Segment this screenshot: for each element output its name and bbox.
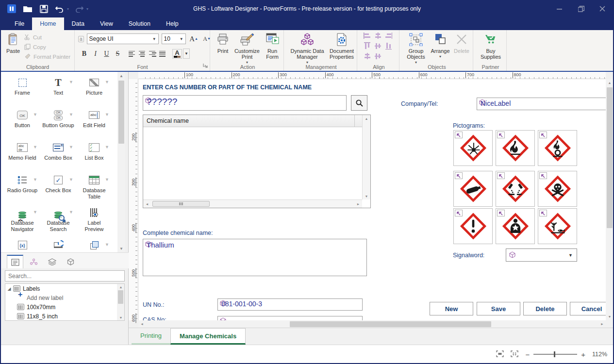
chevron-down-icon[interactable]: ▼ xyxy=(33,177,37,182)
tree-expander-icon[interactable]: ◢ xyxy=(5,286,13,291)
menu-tab[interactable]: Data xyxy=(64,17,92,30)
toolbox-item[interactable]: ▼ Button Group xyxy=(41,109,76,142)
pictogram-ghs06-toxic[interactable] xyxy=(538,171,577,207)
font-color-button[interactable]: A xyxy=(172,49,182,59)
run-form-button[interactable]: Run Form xyxy=(263,32,282,60)
dynamic-data-manager-button[interactable]: Dynamic Data Manager▾ xyxy=(287,32,327,66)
search-input[interactable] xyxy=(5,271,124,281)
toolbox-item[interactable]: ▼ Check Box xyxy=(41,174,76,207)
window-close-button[interactable] xyxy=(592,0,613,17)
toolbox-item[interactable]: ▼ xyxy=(5,239,40,252)
scroll-down-icon[interactable]: ▼ xyxy=(117,245,125,252)
toolbox-item[interactable]: ▼ Memo Field xyxy=(5,142,40,174)
grow-font-button[interactable]: A▲ xyxy=(189,34,199,44)
zoom-slider-thumb[interactable] xyxy=(554,351,555,357)
un-no-field[interactable]: 081-001-00-3 xyxy=(217,298,363,311)
group-objects-button[interactable]: Group Objects▾ xyxy=(404,32,428,66)
pictogram-ghs09-environmental-hazard[interactable] xyxy=(538,208,577,244)
scroll-down-icon[interactable]: ▼ xyxy=(363,193,370,199)
scroll-down-icon[interactable]: ▼ xyxy=(117,314,125,320)
menu-tab[interactable]: View xyxy=(92,17,121,30)
menu-tab[interactable]: Help xyxy=(158,17,186,30)
zoom-slider[interactable] xyxy=(533,354,577,355)
form-action-button[interactable]: Delete xyxy=(523,302,567,315)
pictogram-ghs07-irritant[interactable] xyxy=(453,208,493,244)
pictogram-ghs08-health-hazard[interactable] xyxy=(496,208,535,244)
underline-button[interactable]: U xyxy=(101,49,112,59)
scroll-up-icon[interactable]: ▲ xyxy=(117,72,125,80)
toolbox-item[interactable]: ▼ List Box xyxy=(77,142,112,174)
toolbox-item[interactable]: ▼ Edit Field xyxy=(77,109,112,142)
scrollbar-thumb[interactable] xyxy=(152,201,210,207)
signalword-combo[interactable]: ▼ xyxy=(506,248,577,262)
toolbox-item[interactable]: ▼ Database Navigator xyxy=(5,207,40,239)
chevron-down-icon[interactable]: ▼ xyxy=(69,80,73,84)
canvas-vertical-scrollbar[interactable]: ▲ ▼ xyxy=(606,79,613,320)
font-family-select[interactable]: Segoe UI▼ xyxy=(87,33,159,44)
menu-tab[interactable]: Solution xyxy=(121,17,158,30)
zoom-out-button[interactable]: − xyxy=(525,350,530,359)
chevron-down-icon[interactable]: ▼ xyxy=(69,177,73,182)
toolbox-item[interactable]: ▼ Label Preview xyxy=(77,207,112,239)
zoom-to-fit-icon[interactable] xyxy=(496,350,504,359)
align-text-right-button[interactable] xyxy=(148,49,157,58)
scroll-up-icon[interactable]: ▲ xyxy=(606,79,614,86)
chevron-down-icon[interactable]: ▼ xyxy=(69,112,73,117)
buy-supplies-button[interactable]: Buy Supplies xyxy=(479,32,503,60)
chevron-down-icon[interactable]: ▼ xyxy=(33,112,37,117)
print-button[interactable]: Print xyxy=(214,32,232,54)
align-text-center-button[interactable] xyxy=(138,49,147,58)
save-icon[interactable] xyxy=(38,3,50,15)
form-action-button[interactable]: Cancel xyxy=(570,302,606,315)
chemical-results-table[interactable]: Chemical name ▲ ▼ ◄ ► xyxy=(143,115,371,208)
chevron-down-icon[interactable]: ▼ xyxy=(33,145,37,149)
window-restore-button[interactable] xyxy=(570,0,592,17)
complete-chemical-name-memo[interactable]: Thallium xyxy=(143,239,367,276)
font-dialog-launcher-icon[interactable] xyxy=(203,63,208,69)
document-properties-button[interactable]: Document Properties xyxy=(328,32,355,60)
scroll-left-icon[interactable]: ◄ xyxy=(138,320,146,328)
justify-text-button[interactable] xyxy=(158,49,167,58)
undo-dropdown-icon[interactable]: ▾ xyxy=(67,7,69,11)
form-design-canvas[interactable]: ENTER CAS NUMBER OR PART OF THE CHEMICAL… xyxy=(138,79,606,320)
toolbox-item[interactable]: ▼ Frame xyxy=(5,77,40,109)
cas-no-field[interactable] xyxy=(217,316,363,320)
customize-print-button[interactable]: Customize Print▾ xyxy=(233,32,261,66)
tree-item[interactable]: 100x70mm xyxy=(5,302,117,312)
pictogram-ghs05-corrosive[interactable] xyxy=(496,171,535,207)
scroll-right-icon[interactable]: ► xyxy=(598,320,606,328)
undo-button[interactable] xyxy=(54,3,66,15)
table-column-header[interactable]: Chemical name xyxy=(143,115,355,127)
form-action-button[interactable]: New xyxy=(430,302,473,315)
toolbox-item[interactable]: ▼ Text xyxy=(41,77,76,109)
font-color-dropdown-icon[interactable]: ▼ xyxy=(183,49,190,59)
chevron-down-icon[interactable]: ▼ xyxy=(69,145,73,149)
tree-scrollbar[interactable]: ▲ ▼ xyxy=(117,284,124,320)
bold-button[interactable]: B xyxy=(79,49,89,59)
paste-button[interactable]: Paste xyxy=(4,32,22,54)
window-minimize-button[interactable] xyxy=(549,0,570,17)
tab-objects-3d[interactable] xyxy=(62,255,79,268)
table-vertical-scrollbar[interactable]: ▲ ▼ xyxy=(362,115,370,199)
tree-item[interactable]: Add new label xyxy=(5,293,117,302)
scroll-left-icon[interactable]: ◄ xyxy=(143,200,151,208)
tree-item[interactable]: 11x8_5 inch xyxy=(5,312,117,321)
chevron-down-icon[interactable]: ▼ xyxy=(105,80,109,84)
cas-search-field[interactable]: ?????? xyxy=(143,95,347,111)
pictogram-ghs01-explosive[interactable] xyxy=(453,130,493,166)
company-tel-field[interactable]: NiceLabel xyxy=(477,98,606,110)
toolbox-item[interactable]: ▼ Combo Box xyxy=(41,142,76,174)
toolbox-item[interactable]: ▼ Database Table xyxy=(77,174,112,207)
tab-solution[interactable] xyxy=(25,255,42,268)
toolbox-scrollbar[interactable]: ▲ ▼ xyxy=(117,72,125,252)
tab-layers[interactable] xyxy=(44,255,60,268)
table-horizontal-scrollbar[interactable]: ◄ ► xyxy=(143,199,362,208)
strikethrough-button[interactable]: S xyxy=(113,49,123,59)
chevron-down-icon[interactable]: ▼ xyxy=(105,177,109,182)
table-column-sliver[interactable] xyxy=(355,115,362,127)
font-size-select[interactable]: 10▼ xyxy=(162,33,186,44)
chevron-down-icon[interactable]: ▼ xyxy=(568,253,573,258)
toolbox-item[interactable]: ▼ Button xyxy=(5,109,40,142)
chevron-down-icon[interactable]: ▼ xyxy=(105,112,109,117)
scroll-down-icon[interactable]: ▼ xyxy=(606,313,614,320)
